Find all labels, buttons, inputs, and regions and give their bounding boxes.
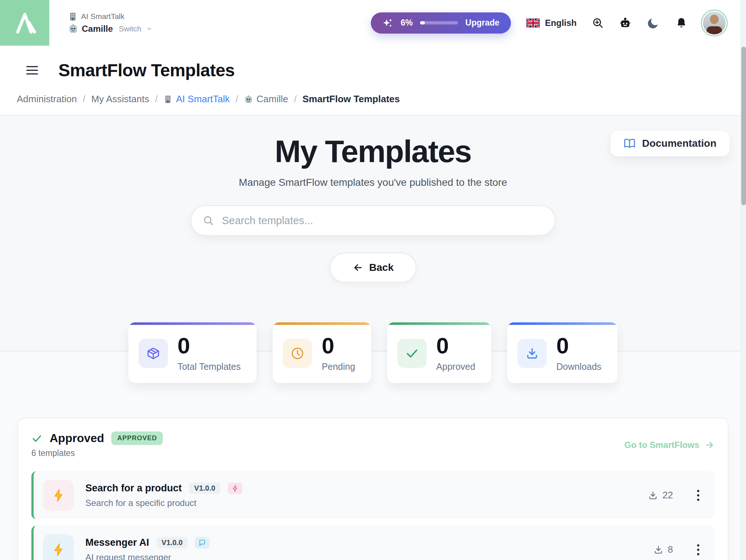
check-icon <box>31 433 42 444</box>
download-icon <box>648 490 658 500</box>
section-title: Approved <box>50 431 104 445</box>
chat-bubble-icon <box>195 537 209 549</box>
building-icon <box>68 12 77 21</box>
approved-panel: Approved APPROVED 6 templates Go to Smar… <box>18 418 728 560</box>
stat-label: Pending <box>322 361 355 372</box>
version-badge: V1.0.0 <box>157 537 188 548</box>
check-icon <box>397 339 427 368</box>
breadcrumb-current: SmartFlow Templates <box>303 93 400 105</box>
top-bar: AI SmartTalk Camille Switch <box>0 0 746 46</box>
template-search <box>191 205 555 236</box>
org-name: AI SmartTalk <box>81 12 124 21</box>
user-avatar[interactable] <box>703 12 726 34</box>
page-title: SmartFlow Templates <box>58 60 235 80</box>
app-logo[interactable] <box>0 0 49 46</box>
arrow-right-icon <box>704 440 715 450</box>
workspace-switcher[interactable]: AI SmartTalk Camille Switch <box>68 12 152 34</box>
breadcrumb-my-assistants[interactable]: My Assistants <box>91 93 149 105</box>
assistant-robot-icon <box>244 95 253 104</box>
documentation-button[interactable]: Documentation <box>610 130 730 157</box>
package-icon <box>139 339 168 368</box>
building-icon <box>164 95 172 104</box>
zoom-in-icon <box>592 17 604 29</box>
row-menu-button[interactable] <box>695 488 701 503</box>
version-badge: V1.0.0 <box>189 483 220 494</box>
lightning-icon <box>43 534 74 560</box>
assistant-name: Camille <box>82 24 113 34</box>
app-window: AI SmartTalk Camille Switch <box>0 0 746 560</box>
template-description: Search for a specific product <box>85 498 242 508</box>
language-selector[interactable]: English <box>526 18 577 28</box>
sparkles-icon <box>382 18 393 28</box>
assistant-bot-button[interactable] <box>619 17 631 29</box>
usage-progress-bar <box>420 21 458 24</box>
breadcrumb-assistant[interactable]: Camille <box>244 93 288 105</box>
dark-mode-toggle[interactable] <box>647 16 660 30</box>
usage-percent: 6% <box>401 18 413 28</box>
chevron-down-icon <box>146 26 152 32</box>
menu-button[interactable] <box>26 65 38 76</box>
template-list: Search for a product V1.0.0 Search for a… <box>31 471 715 560</box>
scrollbar-thumb[interactable] <box>741 47 746 205</box>
hero-subtitle: Manage SmartFlow templates you've publis… <box>0 177 746 188</box>
search-input[interactable] <box>222 215 543 227</box>
breadcrumb: Administration / My Assistants / AI Smar… <box>0 80 746 115</box>
clock-icon <box>283 339 312 368</box>
breadcrumb-administration[interactable]: Administration <box>17 93 77 105</box>
moon-icon <box>647 16 660 30</box>
download-count: 22 <box>648 490 673 501</box>
robot-icon <box>619 17 631 29</box>
stat-value: 0 <box>177 334 241 357</box>
back-button[interactable]: Back <box>330 253 416 283</box>
stat-label: Downloads <box>556 361 601 372</box>
template-row[interactable]: Messenger AI V1.0.0 AI request messenger <box>31 526 715 560</box>
page-header: SmartFlow Templates Administration / My … <box>0 46 746 116</box>
bell-icon <box>675 17 688 29</box>
stat-card-pending: 0 Pending <box>273 322 371 383</box>
stats-row: 0 Total Templates 0 Pending <box>0 322 746 383</box>
zap-icon <box>228 483 242 494</box>
assistant-robot-icon <box>68 24 78 34</box>
stat-label: Total Templates <box>177 361 241 372</box>
stat-value: 0 <box>436 334 475 357</box>
stat-label: Approved <box>436 361 475 372</box>
book-open-icon <box>624 138 635 149</box>
template-description: AI request messenger <box>85 552 209 560</box>
stat-card-total-templates: 0 Total Templates <box>128 322 257 383</box>
logo-mark-icon <box>11 9 39 37</box>
uk-flag-icon <box>526 18 540 28</box>
download-icon <box>653 545 664 555</box>
template-row[interactable]: Search for a product V1.0.0 Search for a… <box>31 471 715 519</box>
stat-card-downloads: 0 Downloads <box>507 322 618 383</box>
hero-section: Documentation My Templates Manage SmartF… <box>0 116 746 352</box>
stat-card-approved: 0 Approved <box>387 322 491 383</box>
stat-value: 0 <box>556 334 601 357</box>
go-to-smartflows-link[interactable]: Go to SmartFlows <box>624 440 715 450</box>
template-name: Search for a product <box>85 483 182 494</box>
upgrade-button[interactable]: 6% Upgrade <box>371 12 511 34</box>
breadcrumb-org[interactable]: AI SmartTalk <box>164 93 230 105</box>
notifications-button[interactable] <box>675 17 688 29</box>
download-icon <box>518 339 547 368</box>
upgrade-label: Upgrade <box>465 18 499 28</box>
template-name: Messenger AI <box>85 537 149 548</box>
row-menu-button[interactable] <box>695 542 701 557</box>
lightning-icon <box>43 480 74 511</box>
search-icon <box>203 215 214 226</box>
language-label: English <box>545 18 577 28</box>
switch-label[interactable]: Switch <box>119 24 141 33</box>
template-count: 6 templates <box>31 448 163 458</box>
arrow-left-icon <box>353 262 364 273</box>
stat-value: 0 <box>322 334 355 357</box>
approved-status-badge: APPROVED <box>111 431 163 445</box>
zoom-in-button[interactable] <box>592 17 604 29</box>
scrollbar[interactable] <box>741 0 746 560</box>
download-count: 8 <box>653 544 673 555</box>
